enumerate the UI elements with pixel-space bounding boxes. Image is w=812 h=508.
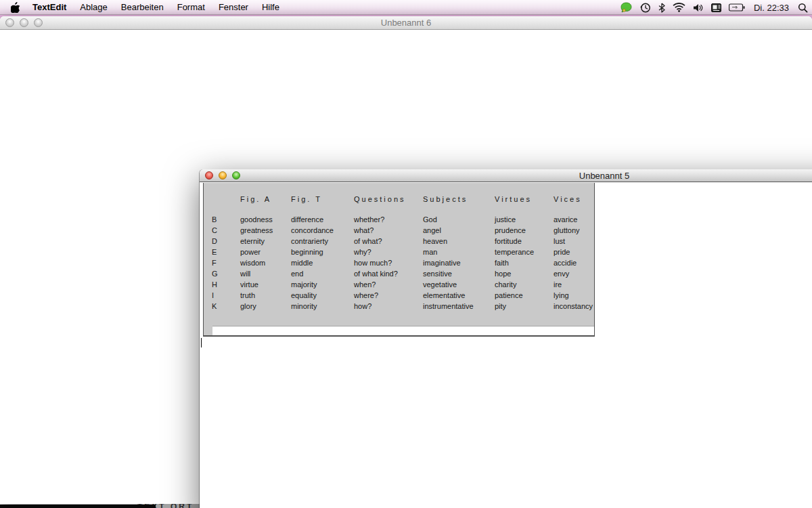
titlebar-unbenannt-6[interactable]: Unbenannt 6 <box>0 16 812 30</box>
table-cell: minority <box>291 301 354 312</box>
table-cell: elementative <box>423 290 495 301</box>
table-cell: lust <box>554 236 594 247</box>
table-row: Deternitycontrariertyof what?heavenforti… <box>204 236 594 247</box>
header-subjects: Subjects <box>423 195 495 203</box>
table-cell: of what kind? <box>354 268 423 279</box>
table-cell: glory <box>240 301 291 312</box>
close-button[interactable] <box>205 171 213 179</box>
table-cell: imaginative <box>423 257 495 268</box>
table-cell: charity <box>495 279 554 290</box>
table-cell: faith <box>495 257 554 268</box>
wifi-icon[interactable] <box>673 3 685 12</box>
close-button[interactable] <box>5 18 14 27</box>
header-fig-a: Fig. A <box>240 195 291 203</box>
table-cell: avarice <box>554 214 594 225</box>
table-cell: when? <box>354 279 423 290</box>
desktop: { "menu_bar": { "app_menu": "TextEdit", … <box>0 0 812 508</box>
row-letter: D <box>212 236 240 247</box>
table-cell: patience <box>495 290 554 301</box>
table-cell: beginning <box>291 247 354 257</box>
table-cell: how? <box>354 301 423 312</box>
table-cell: inconstancy <box>554 301 594 312</box>
window-unbenannt-5[interactable]: Unbenannt 5 Fig. A Fig. T Questions Subj… <box>200 169 812 508</box>
table-cell: difference <box>291 214 354 225</box>
table-cell: truth <box>240 290 291 301</box>
lull-table[interactable]: Fig. A Fig. T Questions Subjects Virtues… <box>203 183 595 337</box>
table-cell: goodness <box>240 214 291 225</box>
zoom-button[interactable] <box>232 171 240 179</box>
row-letter: G <box>212 268 240 279</box>
table-row: Fwisdommiddlehow much?imaginativefaithac… <box>204 257 594 268</box>
menu-bar-status-area: Di. 22:33 <box>621 0 808 15</box>
table-cell: man <box>423 247 495 257</box>
table-row: Hvirtuemajoritywhen?vegetativecharityire <box>204 279 594 290</box>
table-row: Itruthequalitywhere?elementativepatience… <box>204 290 594 301</box>
table-cell: wisdom <box>240 257 291 268</box>
table-cell: end <box>291 268 354 279</box>
table-cell: envy <box>554 268 594 279</box>
text-insertion-cursor <box>201 338 202 347</box>
table-cell: ire <box>554 279 594 290</box>
row-letter: F <box>212 257 240 268</box>
apple-menu[interactable] <box>11 2 20 13</box>
apple-logo-icon <box>11 2 20 13</box>
table-header-row: Fig. A Fig. T Questions Subjects Virtues… <box>204 195 594 203</box>
header-spacer <box>212 195 240 203</box>
table-cell: angel <box>423 225 495 236</box>
input-menu-icon[interactable] <box>711 3 721 12</box>
volume-icon[interactable] <box>693 3 704 12</box>
table-cell: temperance <box>495 247 554 257</box>
row-letter: E <box>212 247 240 257</box>
table-cell: how much? <box>354 257 423 268</box>
battery-icon[interactable] <box>729 3 745 12</box>
row-letter: I <box>212 290 240 301</box>
table-cell: gluttony <box>554 225 594 236</box>
menu-textedit[interactable]: TextEdit <box>26 0 73 14</box>
titlebar-unbenannt-5[interactable]: Unbenannt 5 <box>200 169 812 182</box>
minimize-button[interactable] <box>20 18 28 27</box>
table-cell: hope <box>495 268 554 279</box>
table-row: Gwillendof what kind?sensitivehopeenvy <box>204 268 594 279</box>
menu-hilfe[interactable]: Hilfe <box>255 0 286 14</box>
spotlight-icon[interactable] <box>798 3 808 13</box>
table-body: Bgoodnessdifferencewhether?Godjusticeava… <box>204 214 594 312</box>
table-row: Cgreatnessconcordancewhat?angelprudenceg… <box>204 225 594 236</box>
menu-format[interactable]: Format <box>171 0 212 14</box>
window-title: Unbenannt 6 <box>381 18 431 28</box>
bluetooth-icon[interactable] <box>658 3 665 13</box>
menu-clock[interactable]: Di. 22:33 <box>752 3 790 13</box>
table-cell: power <box>240 247 291 257</box>
table-cell: sensitive <box>423 268 495 279</box>
table-cell: God <box>423 214 495 225</box>
table-cell: of what? <box>354 236 423 247</box>
header-fig-t: Fig. T <box>291 195 354 203</box>
green-status-icon[interactable] <box>621 2 632 13</box>
header-questions: Questions <box>354 195 423 203</box>
menu-bearbeiten[interactable]: Bearbeiten <box>114 0 171 14</box>
time-machine-icon[interactable] <box>639 2 651 14</box>
table-cell: will <box>240 268 291 279</box>
table-cell: justice <box>495 214 554 225</box>
table-cell: where? <box>354 290 423 301</box>
table-cell: equality <box>291 290 354 301</box>
zoom-button[interactable] <box>34 18 43 27</box>
menu-ablage[interactable]: Ablage <box>73 0 114 14</box>
window-controls <box>5 18 43 27</box>
horizontal-scrollbar[interactable] <box>212 326 594 335</box>
window-title: Unbenannt 5 <box>579 171 629 181</box>
table-cell: lying <box>554 290 594 301</box>
table-cell: vegetative <box>423 279 495 290</box>
table-row: Bgoodnessdifferencewhether?Godjusticeava… <box>204 214 594 225</box>
clipped-window-black-bar <box>0 505 156 508</box>
table-cell: whether? <box>354 214 423 225</box>
row-letter: K <box>212 301 240 312</box>
window-controls <box>205 171 240 179</box>
table-cell: majority <box>291 279 354 290</box>
table-cell: concordance <box>291 225 354 236</box>
minimize-button[interactable] <box>219 171 227 179</box>
table-cell: contrarierty <box>291 236 354 247</box>
row-letter: H <box>212 279 240 290</box>
table-row: Epowerbeginningwhy?mantemperancepride <box>204 247 594 257</box>
header-vices: Vices <box>554 195 594 203</box>
menu-fenster[interactable]: Fenster <box>212 0 255 14</box>
